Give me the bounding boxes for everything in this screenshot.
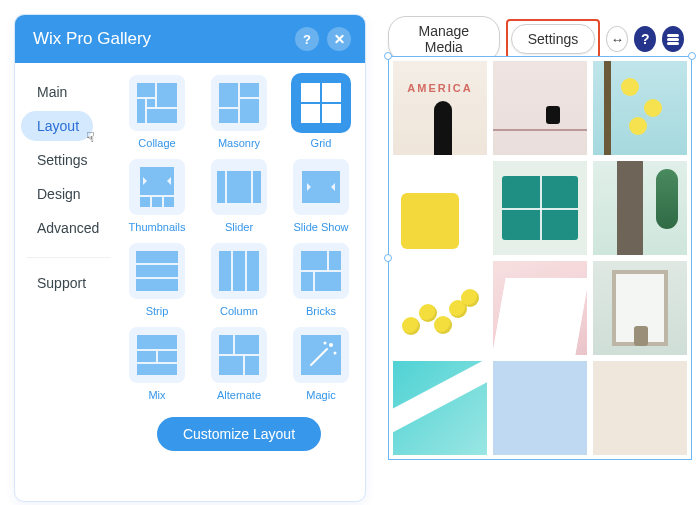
slider-icon: [211, 159, 267, 215]
data-icon[interactable]: [662, 26, 684, 52]
alternate-icon: [211, 327, 267, 383]
svg-rect-26: [136, 265, 178, 277]
help-icon[interactable]: ?: [295, 27, 319, 51]
svg-rect-36: [137, 351, 156, 362]
layout-option-slider[interactable]: Slider: [203, 159, 275, 233]
svg-rect-1: [157, 83, 177, 107]
panel-header: Wix Pro Gallery ?: [15, 15, 365, 63]
magic-icon: [293, 327, 349, 383]
svg-rect-32: [329, 251, 341, 270]
nav-item-main[interactable]: Main: [21, 77, 81, 107]
selection-handle[interactable]: [384, 52, 392, 60]
layout-option-masonry[interactable]: Masonry: [203, 75, 275, 149]
svg-rect-6: [240, 83, 259, 97]
svg-point-45: [329, 343, 333, 347]
gallery-tile[interactable]: [393, 61, 487, 155]
svg-rect-30: [247, 251, 259, 291]
close-icon[interactable]: [327, 27, 351, 51]
gallery-tile[interactable]: [493, 61, 587, 155]
svg-rect-5: [219, 83, 238, 107]
nav-divider: [27, 257, 111, 258]
svg-rect-33: [301, 272, 313, 291]
panel-nav: Main Layout ☟ Settings Design Advanced S…: [15, 63, 121, 501]
gallery-tile[interactable]: [493, 261, 587, 355]
layout-option-bricks[interactable]: Bricks: [285, 243, 357, 317]
gallery-tile[interactable]: [393, 261, 487, 355]
customize-layout-button[interactable]: Customize Layout: [157, 417, 321, 451]
stretch-icon[interactable]: ↔: [606, 26, 628, 52]
collage-icon: [129, 75, 185, 131]
layout-option-thumbnails[interactable]: Thumbnails: [121, 159, 193, 233]
svg-rect-34: [315, 272, 341, 291]
gallery-element[interactable]: [388, 56, 692, 460]
svg-rect-2: [137, 99, 145, 123]
svg-rect-10: [322, 83, 341, 102]
cursor-hand-icon: ☟: [86, 129, 95, 145]
svg-rect-3: [147, 99, 155, 107]
layout-option-column[interactable]: Column: [203, 243, 275, 317]
settings-button[interactable]: Settings: [511, 24, 596, 54]
svg-rect-15: [152, 197, 162, 207]
strip-icon: [129, 243, 185, 299]
svg-rect-19: [217, 171, 225, 203]
selection-handle[interactable]: [688, 52, 696, 60]
svg-rect-7: [219, 109, 238, 123]
svg-rect-37: [158, 351, 177, 362]
grid-icon: [293, 75, 349, 131]
layout-option-magic[interactable]: Magic: [285, 327, 357, 401]
help-button[interactable]: ?: [634, 26, 656, 52]
svg-rect-40: [235, 335, 259, 354]
svg-rect-4: [147, 109, 177, 123]
svg-rect-31: [301, 251, 327, 270]
svg-rect-0: [137, 83, 155, 97]
gallery-tile[interactable]: [393, 361, 487, 455]
nav-item-design[interactable]: Design: [21, 179, 95, 209]
nav-item-support[interactable]: Support: [21, 268, 100, 298]
layout-option-slideshow[interactable]: Slide Show: [285, 159, 357, 233]
layout-option-grid[interactable]: Grid: [285, 75, 357, 149]
svg-rect-20: [227, 171, 251, 203]
svg-point-46: [334, 352, 337, 355]
gallery-tile[interactable]: [593, 61, 687, 155]
svg-rect-14: [140, 197, 150, 207]
layout-option-mix[interactable]: Mix: [121, 327, 193, 401]
gallery-tile[interactable]: [593, 261, 687, 355]
panel-title: Wix Pro Gallery: [33, 29, 151, 49]
gallery-tile[interactable]: [593, 161, 687, 255]
svg-rect-9: [301, 83, 320, 102]
nav-item-settings[interactable]: Settings: [21, 145, 102, 175]
svg-rect-16: [164, 197, 174, 207]
svg-rect-27: [136, 279, 178, 291]
gallery-tile[interactable]: [593, 361, 687, 455]
nav-item-advanced[interactable]: Advanced: [21, 213, 113, 243]
svg-rect-8: [240, 99, 259, 123]
gallery-tile[interactable]: [493, 361, 587, 455]
layout-option-strip[interactable]: Strip: [121, 243, 193, 317]
masonry-icon: [211, 75, 267, 131]
thumbnails-icon: [129, 159, 185, 215]
gallery-settings-panel: Wix Pro Gallery ? Main Layout ☟ Settings…: [14, 14, 366, 502]
layout-option-alternate[interactable]: Alternate: [203, 327, 275, 401]
svg-rect-21: [253, 171, 261, 203]
svg-rect-25: [136, 251, 178, 263]
layout-option-collage[interactable]: Collage: [121, 75, 193, 149]
gallery-tile[interactable]: [493, 161, 587, 255]
svg-rect-28: [219, 251, 231, 291]
svg-rect-41: [219, 356, 243, 375]
gallery-grid: [389, 57, 691, 459]
svg-rect-12: [322, 104, 341, 123]
column-icon: [211, 243, 267, 299]
nav-item-layout[interactable]: Layout ☟: [21, 111, 93, 141]
bricks-icon: [293, 243, 349, 299]
svg-rect-39: [219, 335, 233, 354]
svg-point-47: [324, 342, 327, 345]
slideshow-icon: [293, 159, 349, 215]
mix-icon: [129, 327, 185, 383]
svg-rect-29: [233, 251, 245, 291]
layout-options-grid: Collage Masonry Grid Thumbnails: [121, 63, 365, 501]
selection-handle[interactable]: [384, 254, 392, 262]
settings-highlight: Settings: [506, 19, 601, 59]
svg-rect-11: [301, 104, 320, 123]
gallery-tile[interactable]: [393, 161, 487, 255]
svg-rect-38: [137, 364, 177, 375]
